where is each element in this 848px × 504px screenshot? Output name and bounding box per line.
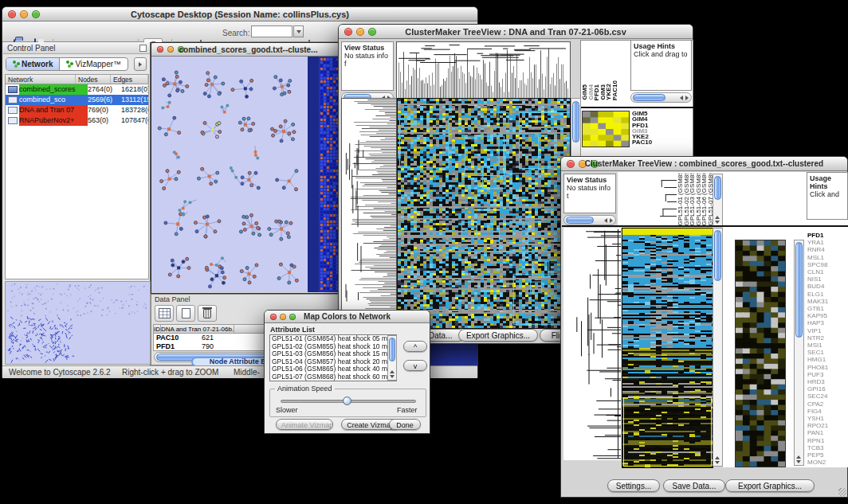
attribute-item[interactable]: GPL51-07 (GSM868) heat shock 60 min	[270, 373, 396, 381]
network-row[interactable]: combined_scores 2764(0) 16218(0)	[6, 84, 148, 95]
heatmap-vscrollbar[interactable]	[713, 228, 723, 467]
scroll-right-arrow-icon[interactable]	[685, 96, 689, 100]
attribute-list-label: Attribute List	[270, 326, 315, 334]
scroll-up-arrow-icon[interactable]	[715, 456, 720, 459]
treeview-action-button[interactable]: Export Graphics...	[458, 329, 538, 342]
gene-label: MON2	[807, 459, 847, 466]
scroll-up-arrow-icon[interactable]	[715, 216, 720, 219]
dialog-action-button[interactable]: Done	[389, 419, 421, 430]
labels-vscrollbar[interactable]	[713, 174, 723, 226]
view-status-panel: View Status No status info f	[341, 41, 394, 91]
network-rows: combined_scores 2764(0) 16218(0) combine…	[6, 84, 148, 126]
resize-grip[interactable]	[838, 488, 846, 496]
network-row[interactable]: combined_sco 2569(6) 13112(15)	[6, 95, 148, 105]
attribute-select-icon[interactable]	[155, 305, 174, 322]
search-dropdown-button[interactable]	[293, 25, 304, 37]
network-list-header: NetworkNodesEdges	[6, 75, 148, 84]
network-row[interactable]: RNAPuberNov2+ 563(0) 107847(0)	[6, 115, 148, 126]
heatmap-canvas[interactable]	[622, 228, 713, 468]
birdseye-overview[interactable]	[5, 281, 151, 365]
scroll-thumb[interactable]	[633, 94, 665, 101]
tab-item[interactable]: Network	[6, 58, 59, 70]
map-colors-dialog[interactable]: Map Colors to Network Attribute List GPL…	[264, 310, 430, 434]
treeview2-title-bar[interactable]: ClusterMaker TreeView : combined_scores_…	[561, 157, 847, 171]
treeview-action-button[interactable]: Settings...	[607, 479, 660, 492]
view-status-hscrollbar[interactable]	[563, 215, 616, 225]
control-panel-header: Control Panel	[3, 42, 150, 54]
column-dendrogram[interactable]	[618, 174, 677, 226]
divider	[580, 107, 693, 108]
column-header[interactable]: Network	[6, 75, 76, 84]
move-up-button[interactable]: ^	[403, 341, 427, 352]
scroll-thumb[interactable]	[572, 101, 579, 143]
scroll-thumb[interactable]	[795, 242, 803, 338]
tab-overflow-button[interactable]	[134, 57, 147, 71]
gene-label: PAN1	[807, 429, 847, 436]
control-panel: Control Panel NetworkVizMapper™ NetworkN…	[3, 42, 151, 365]
treeview-action-button[interactable]: Save Data...	[663, 479, 725, 492]
network-nodes-count: 769(0)	[88, 105, 121, 115]
delete-attribute-icon[interactable]	[198, 305, 217, 322]
scroll-right-arrow-icon[interactable]	[610, 218, 613, 223]
speed-slider-thumb[interactable]	[343, 397, 351, 405]
data-panel-header: Data Panel	[155, 295, 190, 304]
column-header[interactable]: ID	[154, 325, 161, 333]
search-input[interactable]	[251, 25, 292, 37]
scroll-down-arrow-icon[interactable]	[715, 461, 720, 464]
mini-heatmap-row-labels: GIM5GIM4PFD1GIM3YKE2PAC10	[632, 111, 652, 146]
network-view-window[interactable]: combined_scores_good.txt--cluste...	[151, 42, 346, 294]
treeview-combined-window[interactable]: ClusterMaker TreeView : combined_scores_…	[560, 156, 848, 498]
float-panel-icon[interactable]	[139, 45, 147, 52]
mini-correlation-heatmap[interactable]	[582, 111, 630, 147]
row-dendrogram[interactable]	[341, 98, 397, 329]
gene-label: HAP3	[807, 319, 847, 326]
scroll-thumb[interactable]	[566, 217, 594, 224]
zoom-vscrollbar[interactable]	[794, 240, 804, 466]
status-welcome: Welcome to Cytoscape 2.6.2	[9, 366, 111, 379]
mini-heatmap-col-labels: GIM5GIM4PFD1GIM3YKE2PAC10	[582, 41, 618, 100]
network-edges-count: 13112(15)	[121, 95, 148, 105]
row-dendrogram[interactable]	[563, 228, 621, 460]
network-row[interactable]: DNA and Tran 07 769(0) 183728(0)	[6, 105, 148, 115]
treeview1-title-bar[interactable]: ClusterMaker TreeView : DNA and Tran 07-…	[339, 25, 693, 39]
zoom-heatmap-canvas[interactable]	[735, 240, 786, 467]
dialog-title-bar[interactable]: Map Colors to Network	[265, 311, 430, 323]
scroll-left-arrow-icon[interactable]	[604, 218, 607, 223]
column-header[interactable]: Edges	[111, 75, 148, 84]
gene-label: MAK31	[807, 298, 847, 305]
scroll-down-arrow-icon[interactable]	[715, 221, 720, 224]
usage-hints-hscrollbar[interactable]	[630, 92, 692, 103]
column-header[interactable]: Nodes	[76, 75, 111, 84]
scroll-up-arrow-icon[interactable]	[796, 455, 801, 459]
gene-label: ELG1	[807, 291, 847, 298]
list-vscrollbar[interactable]	[387, 335, 397, 381]
faster-label: Faster	[397, 406, 418, 414]
scroll-left-arrow-icon[interactable]	[680, 96, 683, 100]
main-title-bar[interactable]: Cytoscape Desktop (Session Name: collins…	[2, 7, 477, 21]
network-name: combined_scores	[19, 84, 88, 95]
scroll-down-arrow-icon[interactable]	[796, 460, 801, 463]
scroll-thumb[interactable]	[714, 230, 721, 281]
usage-hints-title: Usage Hints	[810, 174, 845, 190]
control-panel-tabs: NetworkVizMapper™	[6, 57, 128, 71]
column-dendrogram[interactable]	[396, 41, 571, 104]
network-icon	[8, 96, 18, 104]
tab-item[interactable]: VizMapper™	[59, 58, 128, 70]
attribute-list[interactable]: GPL51-01 (GSM854) heat shock 05 minGPL51…	[269, 334, 397, 381]
gene-label: MSI1	[807, 342, 847, 349]
move-down-button[interactable]: v	[403, 360, 427, 371]
network-canvas[interactable]	[151, 57, 345, 292]
new-attribute-icon[interactable]	[176, 305, 195, 322]
heatmap-canvas[interactable]	[397, 98, 571, 329]
network-nodes-count: 563(0)	[88, 115, 121, 126]
scroll-up-arrow-icon[interactable]	[390, 370, 395, 373]
gene-label: PFD1	[807, 232, 847, 239]
scroll-thumb[interactable]	[389, 338, 395, 361]
scroll-down-arrow-icon[interactable]	[390, 375, 395, 378]
dialog-action-button[interactable]: Animate Vizmap	[276, 419, 333, 430]
column-header[interactable]: DNA and Tran 07-21-06b.	[161, 325, 234, 333]
scroll-thumb[interactable]	[714, 176, 721, 200]
gene-label: YSH1	[807, 415, 847, 422]
network-view-title-bar[interactable]: combined_scores_good.txt--cluste...	[151, 43, 345, 57]
treeview-action-button[interactable]: Export Graphics...	[725, 479, 815, 492]
